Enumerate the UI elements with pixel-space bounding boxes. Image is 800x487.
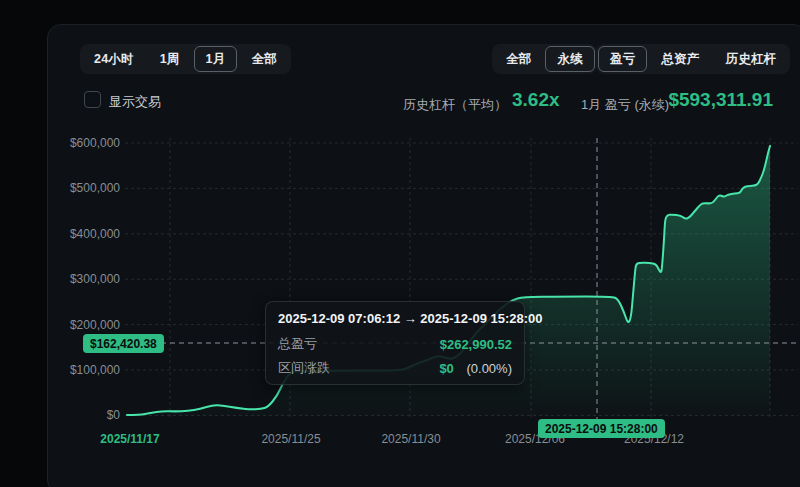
- y-axis-label: $0: [50, 408, 120, 422]
- time-range-1w[interactable]: 1周: [148, 46, 192, 72]
- y-axis-label: $400,000: [50, 227, 120, 241]
- crosshair-time-badge: 2025-12-09 15:28:00: [538, 419, 665, 438]
- leverage-avg-label: 历史杠杆（平均）: [403, 96, 507, 114]
- x-axis-label: 2025/11/25: [261, 432, 320, 446]
- x-axis-label: 2025/11/30: [381, 432, 440, 446]
- time-range-all[interactable]: 全部: [239, 46, 288, 72]
- crosshair-value-badge: $162,420.38: [83, 334, 164, 353]
- pnl-dashboard: 24小时 1周 1月 全部 全部 永续 盈亏 总资产 历史杠杆 显示交易 历史杠…: [0, 0, 800, 487]
- scope-filter-group: 全部 永续: [492, 44, 597, 74]
- leverage-avg-value: 3.62x: [512, 89, 560, 111]
- show-trades-checkbox[interactable]: [84, 91, 101, 108]
- time-range-group: 24小时 1周 1月 全部: [80, 44, 291, 74]
- tab-pnl[interactable]: 盈亏: [598, 46, 647, 72]
- metric-tab-group: 盈亏 总资产 历史杠杆: [596, 44, 790, 74]
- tab-total-assets[interactable]: 总资产: [649, 46, 711, 72]
- tooltip-time-range: 2025-12-09 07:06:12 → 2025-12-09 15:28:0…: [278, 311, 512, 326]
- tooltip-row-range-change: 区间涨跌 $0 (0.00%): [278, 359, 512, 377]
- tab-history-leverage[interactable]: 历史杠杆: [714, 46, 789, 72]
- chart-tooltip: 2025-12-09 07:06:12 → 2025-12-09 15:28:0…: [265, 301, 525, 385]
- y-axis-label: $500,000: [50, 181, 120, 195]
- time-range-1m[interactable]: 1月: [194, 46, 238, 72]
- y-axis-label: $300,000: [50, 272, 120, 286]
- show-trades-label: 显示交易: [109, 93, 161, 111]
- y-axis-label: $600,000: [50, 136, 120, 150]
- time-range-24h[interactable]: 24小时: [82, 46, 146, 72]
- tooltip-row-total-pnl: 总盈亏 $262,990.52: [278, 335, 512, 353]
- scope-all[interactable]: 全部: [494, 46, 543, 72]
- scope-perpetual[interactable]: 永续: [545, 46, 594, 72]
- x-axis-label: 2025/11/17: [100, 432, 159, 446]
- pnl-period-label: 1月 盈亏 (永续): [581, 96, 669, 114]
- y-axis-label: $200,000: [50, 318, 120, 332]
- y-axis-label: $100,000: [50, 363, 120, 377]
- pnl-period-value: $593,311.91: [668, 89, 773, 111]
